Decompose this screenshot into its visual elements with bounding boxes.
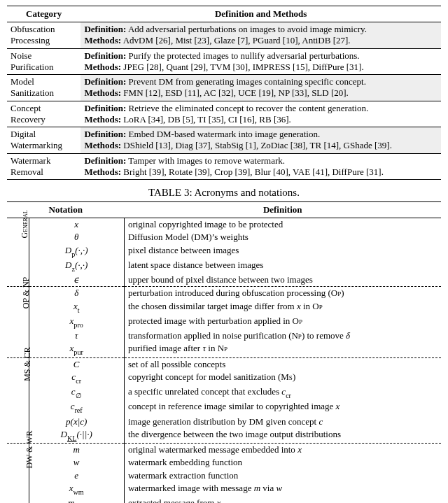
notation-cell: ϵ — [29, 274, 124, 287]
definition-cell: set of all possible concepts — [124, 357, 441, 371]
table-row: crefconcept in reference image similar t… — [7, 400, 441, 415]
notation-cell: θ — [29, 231, 124, 243]
table-row: mwmextracted message from xwm — [7, 497, 441, 503]
notation-cell: C — [29, 357, 124, 371]
table-row: WatermarkRemovalDefinition: Tamper with … — [7, 153, 441, 180]
category-cell: ConceptRecovery — [7, 101, 80, 127]
table-row: ewatermark extraction function — [7, 469, 441, 482]
table-row: MS & CRCset of all possible concepts — [7, 357, 441, 371]
table-row: DW & WRmoriginal watermarked message emb… — [7, 444, 441, 457]
header-definition2: Definition — [124, 202, 441, 218]
definition-cell: original watermarked message embedded in… — [124, 444, 441, 457]
notation-cell: Dp(·,·) — [29, 244, 124, 259]
notation-cell: δ — [29, 287, 124, 300]
table-row: c∅a specific unrelated concept that excl… — [7, 385, 441, 400]
notation-cell: e — [29, 469, 124, 482]
definition-cell: protected image with perturbation applie… — [124, 315, 441, 330]
definition-cell: transformation applied in noise purifica… — [124, 330, 441, 342]
header-category: Category — [7, 6, 80, 22]
definition-cell: the divergence between the two image out… — [124, 428, 441, 444]
definition-cell: watermark embedding function — [124, 456, 441, 469]
definition-cell: Definition: Tamper with images to remove… — [80, 153, 441, 180]
notation-cell: mwm — [29, 497, 124, 503]
category-cell: WatermarkRemoval — [7, 153, 80, 180]
table-row: ModelSanitizationDefinition: Prevent DM … — [7, 75, 441, 101]
table-caption: TABLE 3: Acronyms and notations. — [7, 187, 441, 199]
definition-cell: latent space distance between images — [124, 259, 441, 274]
definition-cell: a specific unrelated concept that exclud… — [124, 385, 441, 400]
definition-cell: pixel distance between images — [124, 244, 441, 259]
table-row: θDiffusion Model (DM)’s weights — [7, 231, 441, 243]
notation-cell: ccr — [29, 371, 124, 385]
notation-cell: m — [29, 444, 124, 457]
definition-cell: Definition: Add adversarial perturbation… — [80, 22, 441, 49]
definition-cell: image generation distribution by DM give… — [124, 416, 441, 428]
notation-cell: x — [29, 218, 124, 232]
table-row: xpurpurified image after τ in Np — [7, 342, 441, 357]
table-row: p(x|c)image generation distribution by D… — [7, 416, 441, 428]
definition-cell: extracted message from xwm — [124, 497, 441, 503]
definition-cell: Definition: Purify the protected images … — [80, 48, 441, 75]
notation-cell: τ — [29, 330, 124, 342]
notation-cell: DKL(·||·) — [29, 428, 124, 444]
table-row: τtransformation applied in noise purific… — [7, 330, 441, 342]
table-row: NoisePurificationDefinition: Purify the … — [7, 48, 441, 75]
table-row: ObfuscationProcessingDefinition: Add adv… — [7, 22, 441, 49]
definition-cell: upper bound of pixel distance between tw… — [124, 274, 441, 287]
definition-cell: the chosen dissimilar target image diffe… — [124, 300, 441, 315]
table-row: ccrcopyright concept for model sanitizat… — [7, 371, 441, 385]
notation-cell: xpur — [29, 342, 124, 357]
categories-table: Category Definition and Methods Obfuscat… — [7, 6, 441, 180]
notation-cell: cref — [29, 400, 124, 415]
notation-cell: w — [29, 456, 124, 469]
definition-cell: watermarked image with message m via w — [124, 482, 441, 497]
table-row: OP & NPδperturbation introduced during o… — [7, 287, 441, 300]
table-row: Dp(·,·)pixel distance between images — [7, 244, 441, 259]
definition-cell: Definition: Embed DM-based watermark int… — [80, 127, 441, 154]
category-cell: DigitalWatermarking — [7, 127, 80, 154]
table-row: xproprotected image with perturbation ap… — [7, 315, 441, 330]
table-row: Generalxoriginal copyrighted image to be… — [7, 218, 441, 232]
header-definition: Definition and Methods — [80, 6, 441, 22]
table-row: ϵupper bound of pixel distance between t… — [7, 274, 441, 287]
notation-cell: xwm — [29, 482, 124, 497]
definition-cell: concept in reference image similar to co… — [124, 400, 441, 415]
notation-cell: c∅ — [29, 385, 124, 400]
definition-cell: Diffusion Model (DM)’s weights — [124, 231, 441, 243]
table-row: DKL(·||·)the divergence between the two … — [7, 428, 441, 444]
group-label: DW & WR — [7, 444, 29, 503]
table-row: DigitalWatermarkingDefinition: Embed DM-… — [7, 127, 441, 154]
table-row: ConceptRecoveryDefinition: Retrieve the … — [7, 101, 441, 127]
category-cell: NoisePurification — [7, 48, 80, 75]
definition-cell: original copyrighted image to be protect… — [124, 218, 441, 232]
table-row: xtthe chosen dissimilar target image dif… — [7, 300, 441, 315]
definition-cell: copyright concept for model sanitization… — [124, 371, 441, 385]
notation-cell: p(x|c) — [29, 416, 124, 428]
notation-cell: Dz(·,·) — [29, 259, 124, 274]
table-row: wwatermark embedding function — [7, 456, 441, 469]
notations-table: Notation Definition Generalxoriginal cop… — [7, 201, 441, 503]
definition-cell: Definition: Retrieve the eliminated conc… — [80, 101, 441, 127]
definition-cell: purified image after τ in Np — [124, 342, 441, 357]
definition-cell: Definition: Prevent DM from generating i… — [80, 75, 441, 101]
definition-cell: watermark extraction function — [124, 469, 441, 482]
table-row: xwmwatermarked image with message m via … — [7, 482, 441, 497]
notation-cell: xpro — [29, 315, 124, 330]
table-row: Dz(·,·)latent space distance between ima… — [7, 259, 441, 274]
category-cell: ObfuscationProcessing — [7, 22, 80, 49]
category-cell: ModelSanitization — [7, 75, 80, 101]
definition-cell: perturbation introduced during obfuscati… — [124, 287, 441, 300]
notation-cell: xt — [29, 300, 124, 315]
